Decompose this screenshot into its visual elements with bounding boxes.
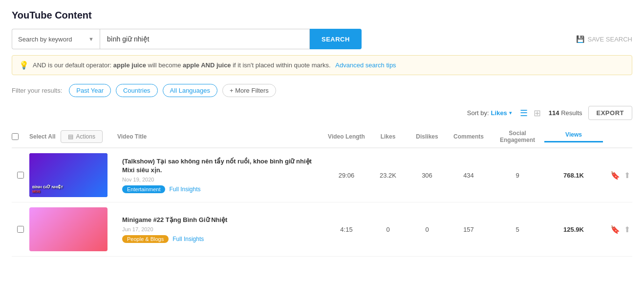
- search-input[interactable]: [100, 29, 310, 49]
- filter-more-button[interactable]: + More Filters: [222, 84, 276, 97]
- video-date: Jun 17, 2020: [122, 226, 320, 232]
- col-header-views: Views: [544, 131, 603, 142]
- page-title: YouTube Content: [12, 10, 632, 21]
- row-checkbox[interactable]: [17, 226, 24, 233]
- info-bar: 💡 AND is our default operator: apple jui…: [12, 55, 632, 75]
- bookmark-button[interactable]: 🔖: [610, 225, 620, 234]
- filter-countries[interactable]: Countries: [116, 84, 158, 97]
- results-bar: Sort by: Likes ▾ ☰ ⊞ 114 Results EXPORT: [12, 106, 632, 123]
- row-checkbox-cell: [12, 226, 29, 233]
- info-text: AND is our default operator: apple juice…: [33, 61, 396, 69]
- col-header-comments: Comments: [447, 133, 491, 140]
- filter-past-year[interactable]: Past Year: [69, 84, 111, 97]
- advanced-search-tips-link[interactable]: Advanced search tips: [335, 61, 396, 69]
- filter-label: Filter your results:: [12, 87, 62, 94]
- table-row: Minigame #22 Tặng Bình Giữ Nhiệt Jun 17,…: [12, 202, 632, 257]
- cell-social: 5: [491, 226, 544, 233]
- list-view-button[interactable]: ☰: [518, 107, 530, 120]
- table-header: Select All ▤ Actions Video Title Video L…: [12, 126, 632, 148]
- thumb-image: [29, 207, 107, 251]
- search-bar-row: Search by keyword ▼ SEARCH 💾 SAVE SEARCH: [12, 29, 632, 49]
- col-header-length: Video Length: [324, 133, 368, 140]
- col-header-dislikes: Dislikes: [408, 133, 447, 140]
- table-row: BÌNH GIỮ NHIỆT MIXI (Talkshow) Tại sao k…: [12, 148, 632, 202]
- view-toggle: ☰ ⊞: [518, 107, 543, 120]
- select-all-checkbox[interactable]: [12, 133, 19, 140]
- header-actions-area: Select All ▤ Actions: [29, 130, 117, 143]
- bulb-icon: 💡: [19, 60, 29, 70]
- share-button[interactable]: ⬆: [624, 225, 630, 234]
- cell-length: 29:06: [324, 172, 368, 179]
- bookmark-button[interactable]: 🔖: [610, 171, 620, 180]
- video-tag: Entertainment: [122, 185, 165, 193]
- grid-view-button[interactable]: ⊞: [532, 107, 543, 120]
- page-container: YouTube Content Search by keyword ▼ SEAR…: [0, 0, 644, 301]
- results-count: 114 Results: [549, 109, 582, 117]
- cell-views: 125.9K: [544, 226, 603, 233]
- select-all-label: Select All: [29, 133, 56, 140]
- video-tags: People & Blogs Full Insights: [122, 235, 320, 243]
- select-all-cell: [12, 133, 29, 140]
- video-info: Minigame #22 Tặng Bình Giữ Nhiệt Jun 17,…: [117, 216, 324, 243]
- share-button[interactable]: ⬆: [624, 171, 630, 180]
- video-tag: People & Blogs: [122, 235, 169, 243]
- row-actions: 🔖 ⬆: [603, 171, 632, 180]
- full-insights-link[interactable]: Full Insights: [169, 186, 200, 193]
- cell-likes: 0: [368, 226, 408, 233]
- video-tags: Entertainment Full Insights: [122, 185, 320, 193]
- sort-chevron-icon: ▾: [509, 110, 512, 116]
- filter-row: Filter your results: Past Year Countries…: [12, 84, 632, 97]
- video-thumbnail: [29, 207, 107, 251]
- actions-icon: ▤: [68, 133, 73, 140]
- cell-dislikes: 306: [408, 172, 447, 179]
- search-button[interactable]: SEARCH: [310, 29, 362, 49]
- save-search-button[interactable]: 💾 SAVE SEARCH: [576, 35, 632, 43]
- cell-length: 4:15: [324, 226, 368, 233]
- cell-dislikes: 0: [408, 226, 447, 233]
- row-checkbox[interactable]: [17, 172, 24, 179]
- video-title: Minigame #22 Tặng Bình Giữ Nhiệt: [122, 216, 320, 224]
- row-actions: 🔖 ⬆: [603, 225, 632, 234]
- export-button[interactable]: EXPORT: [588, 106, 632, 120]
- save-icon: 💾: [576, 35, 584, 43]
- video-title: (Talkshow) Tại sao không nên tẩy nốt ruồ…: [122, 157, 320, 175]
- sort-value[interactable]: Likes: [491, 109, 507, 117]
- cell-comments: 434: [447, 172, 491, 179]
- sort-by: Sort by: Likes ▾: [467, 109, 512, 117]
- actions-button[interactable]: ▤ Actions: [61, 130, 103, 143]
- cell-social: 9: [491, 172, 544, 179]
- thumb-image: BÌNH GIỮ NHIỆT MIXI: [29, 153, 107, 197]
- video-thumbnail: BÌNH GIỮ NHIỆT MIXI: [29, 153, 107, 197]
- row-checkbox-cell: [12, 172, 29, 179]
- cell-likes: 23.2K: [368, 172, 408, 179]
- search-dropdown-label: Search by keyword: [18, 36, 72, 43]
- search-type-dropdown[interactable]: Search by keyword ▼: [12, 29, 100, 49]
- cell-views: 768.1K: [544, 172, 603, 179]
- full-insights-link[interactable]: Full Insights: [172, 236, 204, 242]
- video-info: (Talkshow) Tại sao không nên tẩy nốt ruồ…: [117, 157, 324, 193]
- chevron-down-icon: ▼: [88, 36, 94, 42]
- col-header-title: Video Title: [117, 133, 324, 140]
- cell-comments: 157: [447, 226, 491, 233]
- video-date: Nov 19, 2020: [122, 177, 320, 182]
- filter-all-languages[interactable]: All Languages: [163, 84, 217, 97]
- col-header-social: Social Engagement: [491, 130, 544, 143]
- col-header-likes: Likes: [368, 133, 408, 140]
